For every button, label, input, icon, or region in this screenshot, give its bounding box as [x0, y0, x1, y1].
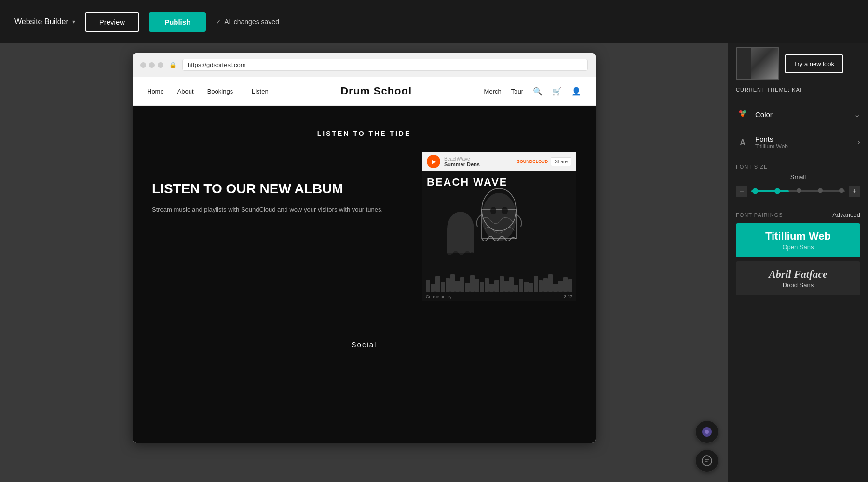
advanced-button[interactable]: Advanced [832, 211, 860, 218]
chat-widget-2[interactable] [695, 420, 719, 443]
wave-bar [553, 284, 557, 292]
browser-dot-red [140, 62, 146, 68]
panel-content: Try a new look CURRENT THEME: KAI Color … [728, 40, 868, 482]
wave-bar [563, 277, 568, 292]
fonts-label: Fonts [755, 135, 854, 143]
soundcloud-share-button[interactable]: Share [551, 157, 571, 166]
search-icon[interactable]: 🔍 [533, 87, 542, 96]
cookie-policy-link[interactable]: Cookie policy [426, 295, 452, 299]
wave-bar [504, 281, 509, 292]
wave-bar [543, 278, 548, 292]
fonts-current-value: Titillium Web [755, 143, 854, 150]
browser-dot-yellow [149, 62, 155, 68]
check-icon: ✓ [216, 18, 221, 26]
theme-preview-area: Try a new look [736, 47, 860, 80]
font-pair-sub-1: Open Sans [744, 243, 853, 251]
browser-url-bar[interactable]: https://gdsbrtest.com [182, 59, 588, 71]
website-builder-dropdown[interactable]: Website Builder ▾ [14, 17, 75, 26]
wave-bar [519, 279, 523, 292]
wave-bar [500, 276, 504, 292]
content-area: LISTEN TO OUR NEW ALBUM Stream music and… [133, 152, 596, 321]
wave-bar [480, 282, 484, 292]
fonts-section-row[interactable]: A Fonts Titillium Web ⌄ [736, 128, 860, 157]
wave-bar [475, 279, 479, 292]
font-size-label: FONT SIZE [736, 164, 860, 170]
fonts-icon: A [736, 138, 749, 147]
color-section-info: Color [755, 110, 854, 119]
wave-bar [514, 285, 518, 292]
play-icon: ▶ [432, 159, 436, 165]
svg-point-4 [490, 207, 496, 214]
nav-left: Home About Bookings – Listen [147, 88, 269, 95]
wave-bar [524, 282, 528, 292]
chevron-down-icon: ▾ [72, 18, 75, 25]
save-status: ✓ All changes saved [216, 18, 279, 26]
wave-bar [568, 279, 572, 292]
font-size-slider: − + [736, 186, 860, 197]
font-pairings-label: FONT PAIRINGS [736, 212, 783, 218]
lock-icon: 🔒 [169, 62, 176, 68]
nav-home[interactable]: Home [147, 88, 164, 95]
browser-dots [140, 62, 163, 68]
browser-dot-green [158, 62, 163, 68]
social-section: Social [133, 321, 596, 358]
wave-bar [485, 278, 489, 292]
wave-bar [539, 280, 543, 292]
soundcloud-header: ▶ BeachWave Summer Dens SOUNDCLOUD Share [422, 152, 576, 171]
album-title-overlay: BEACH WAVE [427, 176, 508, 188]
wave-bar [435, 276, 440, 292]
user-icon[interactable]: 👤 [571, 87, 581, 96]
try-new-look-button[interactable]: Try a new look [785, 54, 843, 73]
section-header: LISTEN TO THE TIDE [133, 106, 596, 152]
soundcloud-right: SOUNDCLOUD Share [517, 157, 571, 166]
color-icon [736, 108, 749, 121]
svg-point-5 [502, 207, 508, 214]
nav-center: Drum School [269, 85, 484, 97]
slider-dot-2 [774, 188, 780, 194]
nav-bookings[interactable]: Bookings [207, 88, 233, 95]
website-builder-label: Website Builder [14, 17, 68, 26]
track-time: 3:17 [564, 295, 572, 299]
wave-bar [509, 277, 514, 292]
color-section-row[interactable]: Color ⌄ [736, 101, 860, 128]
color-label: Color [755, 110, 854, 119]
thumb-sidebar-overlay [737, 48, 751, 79]
fonts-section-info: Fonts Titillium Web [755, 135, 854, 150]
current-theme-label: CURRENT THEME: KAI [736, 87, 860, 93]
nav-merch[interactable]: Merch [484, 88, 502, 95]
font-size-increase-button[interactable]: + [849, 186, 860, 197]
wave-bar [465, 283, 469, 292]
left-content: LISTEN TO OUR NEW ALBUM Stream music and… [152, 152, 422, 214]
font-size-decrease-button[interactable]: − [736, 186, 747, 197]
nav-listen[interactable]: – Listen [246, 88, 269, 95]
svg-point-18 [741, 111, 745, 115]
font-size-section: FONT SIZE Small − + [736, 157, 860, 204]
soundcloud-track-info: ▶ BeachWave Summer Dens [427, 155, 480, 168]
album-description: Stream music and playlists with SoundClo… [152, 205, 407, 215]
soundcloud-embed: ▶ BeachWave Summer Dens SOUNDCLOUD Share [422, 152, 576, 301]
theme-thumbnail [736, 47, 779, 80]
cart-icon[interactable]: 🛒 [552, 87, 562, 96]
wave-bar [489, 284, 494, 292]
slider-dots [751, 189, 845, 194]
nav-tour[interactable]: Tour [511, 88, 523, 95]
slider-dot-1 [752, 188, 758, 194]
font-size-track[interactable] [751, 190, 845, 192]
track-name: Summer Dens [444, 161, 480, 167]
wave-bar [470, 275, 475, 292]
font-pair-titillium[interactable]: Titillium Web Open Sans [736, 223, 860, 257]
soundcloud-play-button[interactable]: ▶ [427, 155, 440, 168]
nav-about[interactable]: About [177, 88, 194, 95]
chat-widget[interactable] [695, 449, 719, 472]
soundcloud-waveform [422, 272, 576, 292]
font-pair-sub-2: Droid Sans [744, 281, 853, 289]
wave-bar [446, 278, 450, 292]
font-pair-abril[interactable]: Abril Fatface Droid Sans [736, 261, 860, 295]
preview-button[interactable]: Preview [85, 12, 139, 32]
artist-name: BeachWave [444, 156, 480, 161]
svg-point-20 [705, 430, 709, 434]
font-pair-title-2: Abril Fatface [744, 268, 853, 281]
album-title: LISTEN TO OUR NEW ALBUM [152, 181, 407, 197]
slider-dot-3 [797, 188, 801, 193]
publish-button[interactable]: Publish [149, 12, 206, 32]
